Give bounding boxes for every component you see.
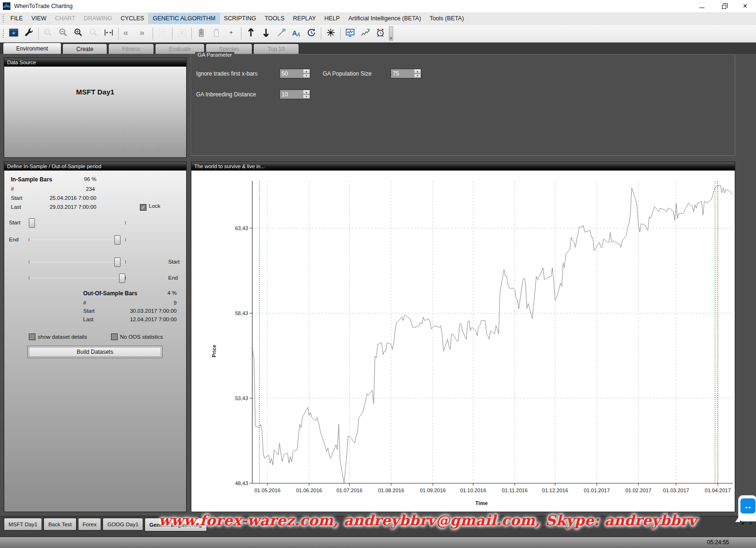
oos-end-slider[interactable] [29, 273, 126, 283]
chart-panel-title: The world to survive & live in... [194, 163, 265, 169]
ignore-trades-label: Ignore trades first x-bars [196, 70, 258, 77]
toolbar-overflow-button[interactable]: ▾ [389, 26, 393, 41]
bottom-tab-goog-day1[interactable]: GOOG Day1 [103, 518, 143, 531]
data-source-body[interactable]: MSFT Day1 [4, 67, 186, 157]
new-chart-window-button[interactable] [7, 26, 21, 41]
restore-button[interactable] [713, 0, 734, 12]
chart-trend-icon [360, 27, 370, 40]
chart-panel-header: The world to survive & live in... [191, 162, 735, 171]
bottom-tab-back-test[interactable]: Back Test [43, 518, 77, 531]
toolbar-grip-handle[interactable] [2, 29, 4, 38]
settings-wrench-button[interactable] [22, 26, 36, 41]
chart-trend-button[interactable] [358, 26, 372, 41]
page-next-icon: » [138, 27, 148, 40]
lock-checkbox[interactable]: ✓Lock [140, 203, 160, 211]
inbreeding-distance-spinner[interactable]: 10 ▲ ▼ [279, 89, 310, 99]
battery-empty-button[interactable] [209, 26, 223, 41]
slider-thumb[interactable] [29, 218, 35, 228]
alarm-clock-button[interactable] [373, 26, 387, 41]
in-sample-start-slider[interactable] [29, 218, 126, 228]
minimize-icon [699, 8, 704, 8]
menu-item-replay[interactable]: REPLAY [289, 13, 320, 24]
zoom-in-button[interactable] [71, 26, 86, 41]
font-style-button[interactable]: AA [289, 26, 303, 41]
monitor-signal-button[interactable] [343, 26, 357, 41]
menu-item-cycles[interactable]: CYCLES [116, 13, 148, 24]
checkbox-box[interactable] [29, 334, 35, 340]
history-refresh-button[interactable] [304, 26, 318, 41]
tab-create[interactable]: Create [62, 43, 107, 54]
spin-up-button[interactable]: ▲ [303, 69, 310, 74]
close-button[interactable]: × [734, 0, 756, 12]
zoom-out-button[interactable] [56, 26, 70, 41]
svg-text:01.11.2016: 01.11.2016 [502, 488, 527, 493]
chart-body[interactable]: 63,4358,4353,4348,4301.05.201601.06.2016… [191, 171, 735, 512]
arrow-up-button[interactable] [244, 26, 258, 41]
menubar-grip-handle[interactable] [2, 14, 4, 23]
bottom-tab-msft-day1[interactable]: MSFT Day1 [4, 518, 42, 531]
no-oos-statistics-checkbox[interactable]: No OOS statistics [111, 334, 163, 340]
selection-clear-icon [177, 27, 187, 40]
slider-track[interactable] [29, 278, 126, 278]
menu-item-scripting[interactable]: SCRIPTING [220, 13, 260, 24]
arrow-down-button[interactable] [259, 26, 273, 41]
minimize-button[interactable] [691, 0, 713, 12]
spin-down-button[interactable]: ▼ [303, 74, 310, 78]
teamviewer-icon[interactable]: ↔ [740, 498, 756, 514]
data-source-title: Data Source [7, 60, 36, 65]
spin-up-button[interactable]: ▲ [303, 90, 310, 94]
add-small-button[interactable]: + [224, 26, 239, 41]
svg-text:+: + [230, 29, 233, 36]
spin-down-button[interactable]: ▼ [303, 94, 310, 99]
menu-item-artificial-intelligence-beta[interactable]: Artificial Intelligence (BETA) [344, 13, 425, 24]
menu-item-help[interactable]: HELP [320, 13, 344, 24]
svg-text:«: « [123, 27, 128, 37]
oos-start-slider[interactable] [29, 257, 126, 267]
price-chart[interactable]: 63,4358,4353,4348,4301.05.201601.06.2016… [191, 171, 735, 512]
ga-parameter-group: GA Parameter Ignore trades first x-bars … [191, 55, 735, 156]
add-small-icon: + [226, 27, 237, 40]
settings-wrench-icon [24, 27, 34, 40]
lock-checkbox-box[interactable]: ✓ [140, 204, 146, 211]
spin-down-button[interactable]: ▼ [414, 74, 421, 78]
menu-item-file[interactable]: FILE [6, 13, 27, 24]
status-bar: 05:24:55 [0, 537, 756, 548]
svg-text:48,43: 48,43 [235, 480, 248, 486]
page-next-button[interactable]: » [136, 26, 150, 41]
menu-item-chart: CHART [51, 13, 79, 24]
menu-item-drawing: DRAWING [79, 13, 116, 24]
teamviewer-arrows-glyph: ↔ [743, 501, 753, 512]
toolbar-separator [118, 27, 119, 40]
in-sample-start-value: 25.04.2016 7:00:00 [33, 195, 96, 201]
in-sample-end-slider[interactable] [29, 235, 126, 245]
slider-track[interactable] [29, 240, 126, 240]
ignore-trades-spinner[interactable]: 50 ▲ ▼ [279, 68, 310, 78]
teamviewer-bubble[interactable]: ↔ [738, 495, 756, 522]
slider-track[interactable] [29, 262, 126, 262]
show-dataset-details-checkbox[interactable]: show dataset details [29, 334, 87, 340]
draw-line-button[interactable] [274, 26, 288, 41]
slider-thumb[interactable] [114, 257, 120, 267]
bottom-tab-forex[interactable]: Forex [78, 518, 101, 531]
spin-up-button[interactable]: ▲ [414, 69, 421, 74]
fit-horizontal-button[interactable] [102, 26, 116, 41]
define-sample-title: Define In-Sample / Out-of-Sample period [7, 163, 101, 169]
menu-item-tools[interactable]: TOOLS [260, 13, 289, 24]
menu-item-genetic-algorithm[interactable]: GENETIC ALGORITHM [148, 13, 220, 24]
battery-full-button[interactable] [194, 26, 208, 41]
menu-item-tools-beta[interactable]: Tools (BETA) [425, 13, 468, 24]
menu-item-view[interactable]: VIEW [27, 13, 51, 24]
bottom-tab-genetic-engineering[interactable]: Genetic Engineering [145, 518, 207, 531]
slider-thumb[interactable] [119, 274, 125, 283]
alarm-clock-icon [375, 27, 386, 40]
slider-thumb[interactable] [114, 235, 120, 245]
slider-track[interactable] [29, 223, 126, 223]
population-size-spinner[interactable]: 75 ▲ ▼ [390, 68, 421, 78]
checkbox-box[interactable] [111, 334, 118, 340]
page-previous-button[interactable]: « [121, 26, 135, 41]
tab-environment[interactable]: Environment [3, 43, 61, 54]
y-axis-title: Price [211, 345, 217, 358]
new-chart-window-icon [9, 27, 19, 40]
spider-web-button[interactable] [324, 26, 338, 41]
build-datasets-button[interactable]: Build Datasets [27, 346, 163, 358]
